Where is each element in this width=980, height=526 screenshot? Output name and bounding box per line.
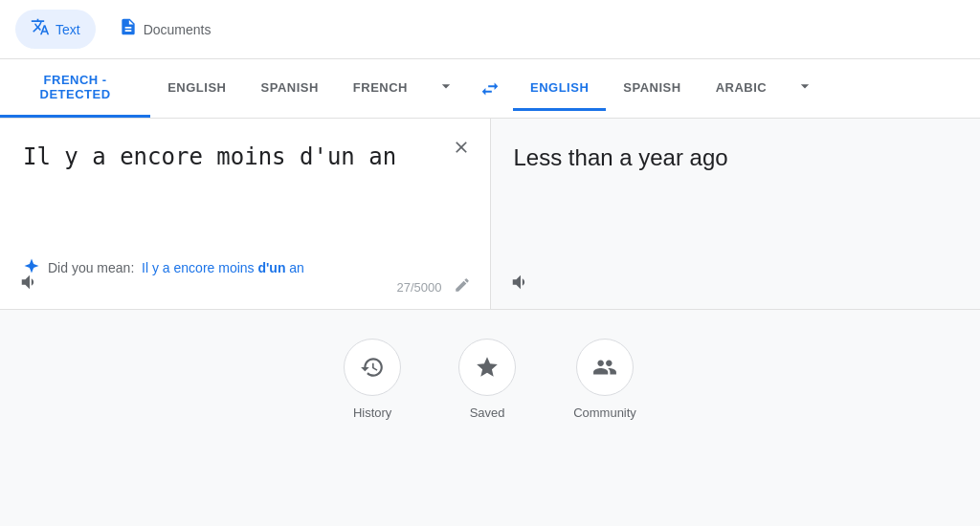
- history-nav-item[interactable]: History: [344, 339, 401, 420]
- source-panel: Il y a encore moins d'un an Did you mean…: [0, 119, 491, 309]
- documents-tab-label: Documents: [144, 22, 212, 37]
- main-content: History Saved Community: [0, 310, 980, 526]
- suggestion-text[interactable]: Il y a encore moins d'un an: [138, 260, 304, 275]
- target-spanish-btn[interactable]: SPANISH: [606, 67, 698, 111]
- top-bar: Text Documents: [0, 0, 980, 59]
- source-french-detected-btn[interactable]: FRENCH - DETECTED: [0, 59, 150, 118]
- history-label: History: [353, 405, 391, 420]
- target-panel: Less than a year ago: [491, 119, 981, 309]
- history-icon-circle: [344, 339, 401, 396]
- saved-label: Saved: [470, 405, 505, 420]
- documents-tab[interactable]: Documents: [103, 10, 227, 49]
- source-sound-btn[interactable]: [19, 272, 40, 297]
- source-english-btn[interactable]: ENGLISH: [150, 67, 243, 111]
- target-arabic-btn[interactable]: ARABIC: [699, 67, 785, 111]
- community-icon-circle: [576, 339, 634, 396]
- source-spanish-btn[interactable]: SPANISH: [244, 67, 336, 111]
- translate-icon: [31, 17, 50, 41]
- source-more-lang-btn[interactable]: [425, 63, 467, 114]
- target-lang-side: ENGLISH SPANISH ARABIC: [513, 63, 980, 114]
- target-sound-btn[interactable]: [510, 272, 531, 297]
- target-english-btn[interactable]: ENGLISH: [513, 67, 606, 111]
- bottom-nav: History Saved Community: [0, 310, 980, 439]
- text-tab-label: Text: [56, 22, 80, 37]
- language-bar: FRENCH - DETECTED ENGLISH SPANISH FRENCH…: [0, 59, 980, 119]
- documents-icon: [119, 17, 138, 41]
- source-text-input[interactable]: Il y a encore moins d'un an: [23, 142, 467, 238]
- source-french-btn[interactable]: FRENCH: [336, 67, 425, 111]
- source-lang-side: FRENCH - DETECTED ENGLISH SPANISH FRENCH: [0, 59, 467, 118]
- community-nav-item[interactable]: Community: [573, 339, 636, 420]
- did-you-mean-label: Did you mean: Il y a encore moins d'un a…: [48, 260, 304, 275]
- community-label: Community: [573, 405, 636, 420]
- source-footer: 27/5000: [397, 276, 471, 297]
- did-you-mean: Did you mean: Il y a encore moins d'un a…: [23, 257, 467, 278]
- saved-nav-item[interactable]: Saved: [458, 339, 516, 420]
- edit-btn[interactable]: [454, 276, 471, 297]
- text-tab[interactable]: Text: [15, 10, 96, 49]
- swap-languages-btn[interactable]: [467, 78, 513, 99]
- translation-area: Il y a encore moins d'un an Did you mean…: [0, 119, 980, 310]
- target-more-lang-btn[interactable]: [784, 63, 826, 114]
- translated-text: Less than a year ago: [514, 142, 958, 174]
- clear-input-btn[interactable]: [452, 138, 471, 160]
- char-count: 27/5000: [397, 280, 442, 295]
- saved-icon-circle: [458, 339, 516, 396]
